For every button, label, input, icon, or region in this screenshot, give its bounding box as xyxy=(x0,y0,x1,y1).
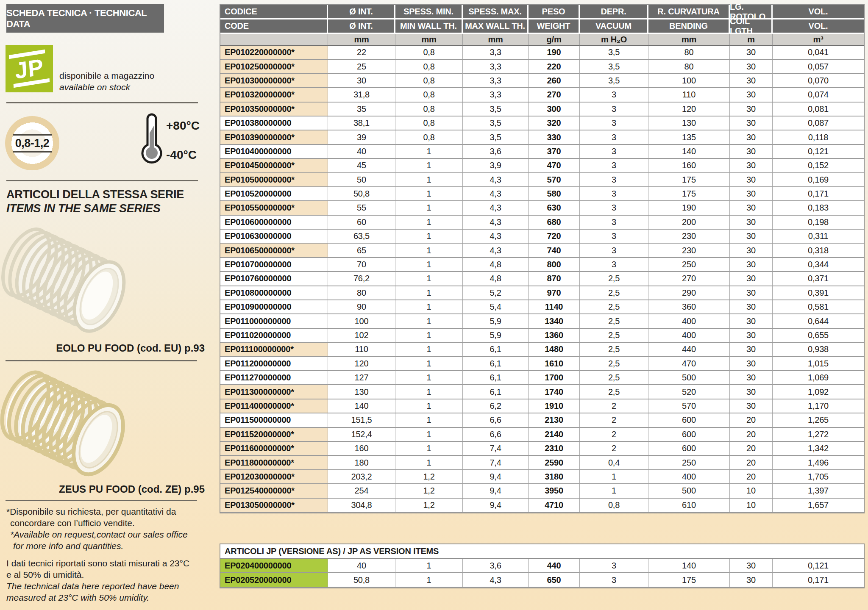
data-cell: 30 xyxy=(730,286,773,300)
data-cell: 1,272 xyxy=(773,428,864,442)
data-cell: 3,6 xyxy=(463,559,529,573)
data-cell: 110 xyxy=(648,88,730,102)
temperature-min: -40°C xyxy=(166,148,197,162)
column-subheader-4: WEIGHT xyxy=(529,19,580,34)
data-cell: 3,5 xyxy=(580,46,648,60)
data-cell: 20 xyxy=(730,428,773,442)
data-cell: 6,2 xyxy=(463,399,529,413)
data-cell: 1480 xyxy=(529,343,580,357)
data-cell: 0,041 xyxy=(773,46,864,60)
data-cell: 30 xyxy=(730,272,773,286)
data-cell: 30 xyxy=(730,88,773,102)
product-code: EP010650000000* xyxy=(220,244,328,258)
data-cell: 5,9 xyxy=(463,329,529,343)
data-cell: 0,081 xyxy=(773,103,864,116)
data-cell: 190 xyxy=(529,46,580,60)
data-cell: 4,3 xyxy=(463,173,529,187)
column-subheader-code: CODE xyxy=(220,19,328,34)
data-cell: 1 xyxy=(395,371,463,385)
data-cell: 0,655 xyxy=(773,329,864,343)
data-cell: 1 xyxy=(395,258,463,272)
data-cell: 3,6 xyxy=(463,145,529,159)
data-cell: 0,8 xyxy=(395,103,463,116)
jp-logo-inner: JP xyxy=(8,50,50,88)
data-cell: 5,2 xyxy=(463,286,529,300)
data-cell: 180 xyxy=(328,456,395,470)
data-cell: 120 xyxy=(328,357,395,371)
product-code: EP011200000000 xyxy=(220,357,328,371)
data-cell: 50,8 xyxy=(328,573,395,588)
data-cell: 3 xyxy=(580,159,648,173)
data-cell: 9,4 xyxy=(463,470,529,484)
data-cell: 2310 xyxy=(529,442,580,456)
data-cell: 40 xyxy=(328,145,395,159)
data-cell: 203,2 xyxy=(328,470,395,484)
data-cell: 30 xyxy=(730,60,773,74)
thermometer-icon xyxy=(139,112,164,171)
data-cell: 570 xyxy=(648,399,730,413)
data-cell: 0,8 xyxy=(395,116,463,130)
data-cell: 3 xyxy=(580,103,648,116)
footnote-line: concordare con l’ufficio vendite. xyxy=(6,517,189,529)
data-cell: 160 xyxy=(328,442,395,456)
data-cell: 630 xyxy=(529,201,580,215)
technical-data-sheet: SCHEDA TECNICA · TECHNICAL DATA JP dispo… xyxy=(0,0,868,610)
data-cell: 2,5 xyxy=(580,329,648,343)
unit-cell xyxy=(220,34,328,46)
product-code: EP010500000000* xyxy=(220,173,328,187)
data-cell: 0,311 xyxy=(773,230,864,244)
data-cell: 0,169 xyxy=(773,173,864,187)
data-cell: 610 xyxy=(648,499,730,513)
data-cell: 2,5 xyxy=(580,371,648,385)
data-cell: 76,2 xyxy=(328,272,395,286)
footnote-line: I dati tecnici riportati sono stati misu… xyxy=(6,557,189,569)
data-cell: 500 xyxy=(648,371,730,385)
product-code: EP020400000000 xyxy=(220,559,328,573)
data-cell: 1 xyxy=(395,456,463,470)
data-cell: 0,8 xyxy=(395,60,463,74)
product-code: EP010450000000* xyxy=(220,159,328,173)
data-cell: 2 xyxy=(580,413,648,427)
data-cell: 38,1 xyxy=(328,116,395,130)
unit-cell: mm xyxy=(328,34,395,46)
data-cell: 3,3 xyxy=(463,74,529,88)
data-cell: 0,938 xyxy=(773,343,864,357)
data-cell: 400 xyxy=(648,314,730,328)
data-cell: 22 xyxy=(328,46,395,60)
related-item-caption: EOLO PU FOOD (cod. EU) p.93 xyxy=(0,342,205,354)
divider xyxy=(6,360,197,361)
data-cell: 250 xyxy=(648,456,730,470)
data-cell: 1,2 xyxy=(395,484,463,498)
data-cell: 0,087 xyxy=(773,116,864,130)
data-cell: 1 xyxy=(395,159,463,173)
unit-cell: m H₂O xyxy=(580,34,648,46)
data-cell: 0,581 xyxy=(773,300,864,314)
data-cell: 4,3 xyxy=(463,573,529,588)
data-cell: 30 xyxy=(730,399,773,413)
data-cell: 470 xyxy=(529,159,580,173)
data-cell: 1140 xyxy=(529,300,580,314)
data-cell: 0,8 xyxy=(395,74,463,88)
data-cell: 175 xyxy=(648,573,730,588)
product-code: EP010220000000* xyxy=(220,46,328,60)
data-cell: 3,9 xyxy=(463,159,529,173)
data-cell: 20 xyxy=(730,413,773,427)
data-cell: 2 xyxy=(580,399,648,413)
column-subheader-2: MIN WALL TH. xyxy=(395,19,463,34)
data-cell: 31,8 xyxy=(328,88,395,102)
data-cell: 151,5 xyxy=(328,413,395,427)
data-cell: 10 xyxy=(730,499,773,513)
data-cell: 30 xyxy=(328,74,395,88)
data-cell: 30 xyxy=(730,343,773,357)
data-cell: 3 xyxy=(580,559,648,573)
data-cell: 1 xyxy=(395,343,463,357)
data-cell: 4,3 xyxy=(463,230,529,244)
data-cell: 3 xyxy=(580,187,648,201)
data-cell: 140 xyxy=(648,145,730,159)
related-item-caption: ZEUS PU FOOD (cod. ZE) p.95 xyxy=(0,483,205,495)
data-cell: 0,070 xyxy=(773,74,864,88)
as-version-table: ARTICOLI JP (VERSIONE AS) / JP AS VERSIO… xyxy=(220,543,865,588)
data-cell: 10 xyxy=(730,484,773,498)
divider xyxy=(6,102,198,103)
data-cell: 6,1 xyxy=(463,385,529,399)
